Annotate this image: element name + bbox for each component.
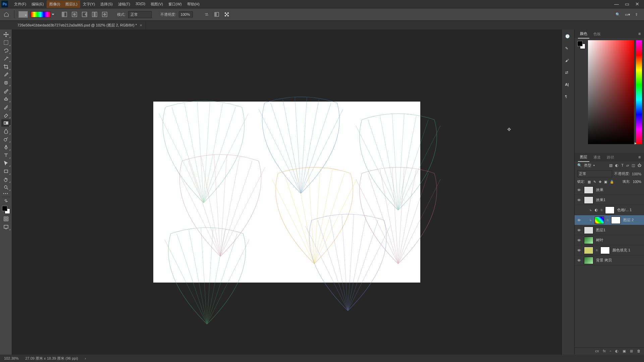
edit-toolbar-icon[interactable]: ••• [3, 192, 9, 195]
layer-visibility-icon[interactable]: 👁 [577, 218, 581, 222]
menu-layer[interactable]: 图层(L) [63, 0, 80, 8]
lock-pixels-icon[interactable]: ✎ [593, 180, 596, 184]
canvas-area[interactable]: ✥ [12, 29, 561, 355]
fgbg-swatches[interactable] [577, 40, 586, 50]
transparency-icon[interactable] [223, 11, 230, 18]
layer-fx-icon[interactable]: fx [603, 349, 606, 353]
marquee-tool[interactable] [1, 39, 11, 46]
layer-visibility-icon[interactable]: 👁 [577, 198, 581, 202]
character-panel-icon[interactable]: A| [565, 82, 571, 88]
mask-link-icon[interactable]: ⎘ [596, 249, 598, 252]
layer-thumbnail[interactable] [584, 237, 593, 244]
magic-wand-tool[interactable] [1, 55, 11, 62]
history-brush-tool[interactable] [1, 103, 11, 111]
layer-mask-thumbnail[interactable] [600, 247, 610, 254]
layer-name-label[interactable]: 效果 [596, 187, 603, 192]
home-icon[interactable] [3, 11, 10, 18]
color-field[interactable] [588, 40, 634, 144]
minimize-icon[interactable]: — [614, 1, 619, 7]
layer-row[interactable]: 👁背景 拷贝 [575, 255, 644, 265]
foreground-background-colors[interactable] [1, 205, 11, 215]
maximize-icon[interactable]: ▭ [625, 1, 629, 7]
delete-layer-icon[interactable]: 🗑 [637, 349, 641, 353]
menu-3d[interactable]: 3D(D) [133, 0, 148, 8]
menu-window[interactable]: 窗口(W) [166, 0, 184, 8]
tab-channels[interactable]: 通道 [591, 153, 603, 162]
layer-blend-mode-dropdown[interactable]: 正常 [577, 170, 612, 177]
brush-panel-icon[interactable]: 🖌 [565, 58, 571, 64]
blur-tool[interactable] [1, 127, 11, 135]
menu-view[interactable]: 视图(V) [148, 0, 166, 8]
paragraph-panel-icon[interactable]: ¶ [565, 95, 571, 101]
layer-row[interactable]: 👁图层1 [575, 225, 644, 235]
zoom-tool[interactable] [1, 184, 11, 191]
layer-name-label[interactable]: 颜色填充 1 [612, 248, 630, 253]
mask-link-icon[interactable]: ⎘ [607, 219, 608, 222]
layer-name-label[interactable]: 树叶 [596, 238, 603, 243]
filter-toggle-icon[interactable]: ⏻ [638, 163, 641, 168]
new-layer-icon[interactable]: ⊞ [630, 349, 633, 353]
new-group-icon[interactable]: ▣ [623, 349, 626, 353]
new-fill-layer-icon[interactable]: ◐ [615, 349, 619, 353]
layer-mask-thumbnail[interactable] [605, 206, 614, 214]
fill-value[interactable]: 100% [633, 180, 641, 184]
layer-visibility-icon[interactable]: 👁 [577, 228, 581, 232]
filter-adjust-icon[interactable]: ◐ [615, 163, 619, 168]
gradient-tool[interactable] [1, 119, 11, 127]
menu-help[interactable]: 帮助(H) [184, 0, 202, 8]
status-dimensions[interactable]: 27.09 厘米 x 18.39 厘米 (96 ppi) [25, 356, 78, 361]
layer-row[interactable]: 👁↳⎘图层 2 [575, 215, 644, 225]
dither-icon[interactable] [213, 11, 220, 18]
history-panel-icon[interactable]: 🕑 [565, 34, 571, 40]
menu-select[interactable]: 选择(S) [98, 0, 115, 8]
swap-colors-icon[interactable] [1, 198, 11, 203]
pen-tool[interactable] [1, 143, 11, 151]
layer-thumbnail[interactable] [584, 227, 593, 234]
adjustments-panel-icon[interactable]: ⇄ [565, 70, 571, 76]
layer-mask-icon[interactable]: ▫ [610, 349, 611, 353]
filter-smart-icon[interactable]: ◫ [632, 163, 635, 168]
healing-tool[interactable] [1, 79, 11, 86]
filter-search-icon[interactable]: 🔍 [577, 163, 582, 168]
filter-type-dropdown[interactable]: 类型 [584, 163, 591, 168]
layer-opacity-value[interactable]: 100% [632, 172, 641, 176]
layer-name-label[interactable]: 图层1 [596, 228, 605, 233]
status-chevron-icon[interactable]: › [85, 356, 86, 360]
layer-thumbnail[interactable] [584, 186, 593, 194]
status-zoom[interactable]: 102.38% [4, 356, 18, 360]
layer-row[interactable]: 👁树叶 [575, 235, 644, 245]
workspace-icon[interactable]: ▭▾ [625, 12, 630, 17]
menu-type[interactable]: 文字(Y) [80, 0, 98, 8]
menu-filter[interactable]: 滤镜(T) [115, 0, 133, 8]
tab-close-icon[interactable]: ✕ [140, 23, 142, 27]
hue-slider[interactable] [636, 40, 642, 144]
lock-all-icon[interactable]: 🔒 [610, 180, 614, 184]
gradient-picker[interactable] [31, 11, 51, 17]
layer-visibility-icon[interactable]: 👁 [577, 238, 581, 242]
layer-name-label[interactable]: 色相/... 1 [617, 207, 632, 213]
layer-visibility-icon[interactable]: 👁 [577, 258, 581, 262]
link-layers-icon[interactable]: cx [595, 349, 599, 353]
blend-mode-dropdown[interactable]: 正常 [128, 11, 152, 18]
eyedropper-tool[interactable] [1, 71, 11, 78]
hand-tool[interactable] [1, 176, 11, 183]
dodge-tool[interactable] [1, 135, 11, 143]
close-icon[interactable]: ✕ [635, 1, 639, 7]
tab-layers[interactable]: 图层 [578, 153, 589, 162]
quick-mask-icon[interactable] [1, 215, 11, 223]
type-tool[interactable] [1, 152, 11, 159]
layer-thumbnail[interactable] [584, 196, 593, 204]
layer-name-label[interactable]: 背景 拷贝 [596, 258, 612, 263]
gradient-linear-icon[interactable] [61, 11, 68, 18]
crop-tool[interactable] [1, 63, 11, 70]
layer-name-label[interactable]: 图层 2 [623, 218, 634, 223]
lock-transparency-icon[interactable]: ▩ [588, 180, 591, 184]
tab-swatches[interactable]: 色板 [591, 30, 603, 38]
layer-thumbnail[interactable] [584, 257, 593, 264]
gradient-preview-swatch[interactable] [18, 11, 28, 18]
opacity-input[interactable]: 100% [179, 11, 193, 17]
layer-row[interactable]: 👁效果1 [575, 195, 644, 205]
menu-edit[interactable]: 编辑(E) [29, 0, 47, 8]
filter-pixel-icon[interactable]: ▧ [609, 163, 612, 168]
gradient-diamond-icon[interactable] [101, 11, 108, 18]
